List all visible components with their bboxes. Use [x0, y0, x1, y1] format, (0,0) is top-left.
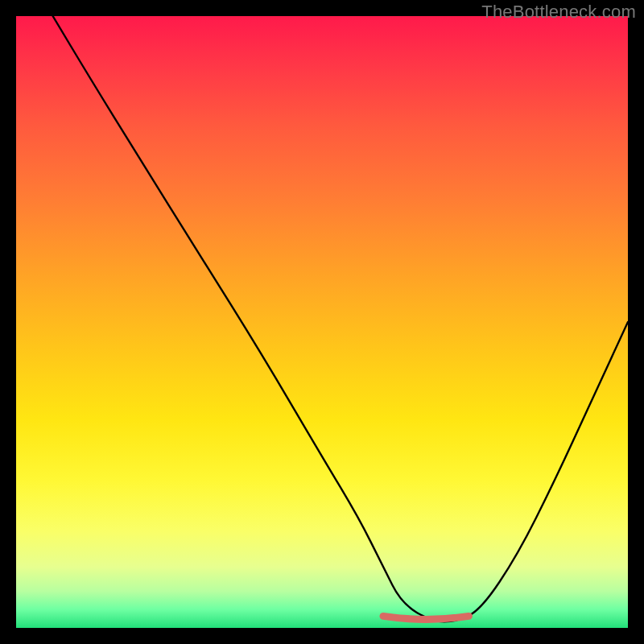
- plot-area: [16, 16, 628, 628]
- gradient-background: [16, 16, 628, 628]
- watermark-text: TheBottleneck.com: [481, 2, 636, 23]
- chart-frame: TheBottleneck.com: [0, 0, 644, 644]
